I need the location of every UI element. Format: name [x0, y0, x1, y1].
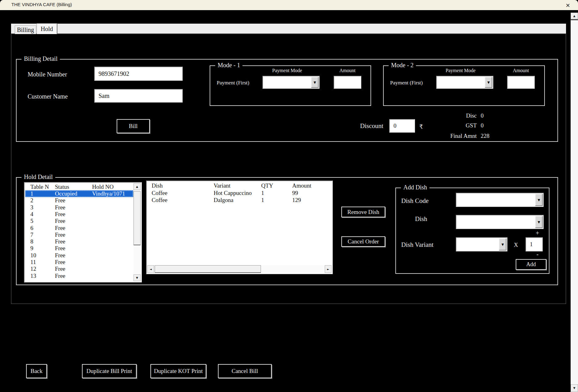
cell: Free	[55, 252, 65, 259]
cell: Occupied	[55, 190, 77, 197]
scrollbar-thumb[interactable]	[134, 191, 141, 245]
table-row[interactable]: 7Free	[25, 231, 133, 238]
table-row[interactable]: CoffeeHot Cappuccino199	[147, 190, 332, 196]
payment-mode-select[interactable]: ▼	[262, 76, 320, 89]
cell: 5	[30, 218, 33, 224]
window-title: THE VINDHYA CAFE (Billing)	[11, 2, 72, 7]
scroll-right-icon[interactable]: ►	[325, 265, 332, 273]
group-title: Billing Detail	[21, 55, 60, 62]
cancel-bill-button[interactable]: Cancel Bill	[218, 364, 272, 378]
cell: 1	[261, 197, 264, 204]
amount-label: Amount	[506, 68, 536, 73]
hold-table-list[interactable]: Table N Status Hold NO 1OccupiedVindhya/…	[24, 182, 142, 282]
table-rows: 1OccupiedVindhya/10712Free3Free4Free5Fre…	[25, 190, 133, 281]
table-row[interactable]: 8Free	[25, 238, 133, 245]
payment-mode-select[interactable]: ▼	[436, 76, 493, 89]
table-row[interactable]: 13Free	[25, 273, 133, 279]
remove-dish-button[interactable]: Remove Dish	[341, 207, 385, 217]
dish-rows: CoffeeHot Cappuccino199CoffeeDalgona1129	[147, 190, 332, 265]
gst-value: 0	[481, 122, 484, 129]
table-row[interactable]: 3Free	[25, 204, 133, 211]
bill-button[interactable]: Bill	[117, 119, 150, 133]
window-scrollbar[interactable]: ▲ ▼	[571, 13, 578, 392]
dish-code-value	[458, 195, 534, 205]
group-title: Mode - 2	[389, 62, 416, 69]
scroll-down-icon[interactable]: ▼	[134, 274, 141, 281]
cell: 1	[261, 190, 264, 196]
disc-value: 0	[481, 112, 484, 119]
amount-input[interactable]	[507, 76, 535, 89]
scrollbar-thumb[interactable]	[155, 265, 261, 273]
tab-strip: Billing Hold	[11, 24, 566, 34]
final-amount-value: 228	[481, 133, 490, 139]
dish-variant-value	[458, 239, 498, 250]
table-row[interactable]: CoffeeDalgona1129	[147, 197, 332, 204]
dish-code-select[interactable]: ▼	[456, 193, 544, 207]
customer-name-input[interactable]	[94, 89, 183, 103]
quantity-increase-label[interactable]: +	[533, 230, 542, 237]
back-button[interactable]: Back	[26, 364, 47, 378]
cell: 10	[30, 252, 36, 259]
title-bar: THE VINDHYA CAFE (Billing) ✕	[0, 0, 578, 10]
dish-list-scrollbar[interactable]: ◄ ►	[147, 265, 332, 273]
close-icon[interactable]: ✕	[564, 1, 572, 9]
dish-select[interactable]: ▼	[456, 215, 544, 229]
table-row[interactable]: 12Free	[25, 266, 133, 272]
payment-mode-label: Payment Mode	[435, 68, 486, 73]
add-button[interactable]: Add	[516, 259, 546, 270]
mobile-number-input[interactable]	[94, 67, 183, 81]
gst-label: GST	[415, 122, 477, 129]
payment-mode-value	[264, 78, 310, 87]
order-dish-list[interactable]: Dish Variant QTY Amount CoffeeHot Cappuc…	[146, 180, 333, 274]
final-amount-label: Final Amnt	[415, 133, 477, 139]
duplicate-bill-print-button[interactable]: Duplicate Bill Print	[82, 364, 137, 378]
cell: 8	[30, 238, 33, 245]
amount-label: Amount	[332, 68, 363, 73]
tab-billing[interactable]: Billing	[15, 25, 36, 34]
quantity-input[interactable]	[526, 237, 543, 251]
cell: Free	[55, 259, 65, 266]
chevron-down-icon[interactable]: ▼	[311, 77, 319, 88]
payment-mode-value	[438, 78, 483, 87]
amount-input[interactable]	[334, 76, 361, 89]
dish-variant-select[interactable]: ▼	[456, 237, 507, 251]
cell: 7	[30, 231, 33, 238]
cell: 9	[30, 245, 33, 252]
scroll-left-icon[interactable]: ◄	[147, 265, 154, 273]
scroll-down-icon[interactable]: ▼	[571, 384, 578, 392]
cancel-order-button[interactable]: Cancel Order	[341, 236, 385, 247]
chevron-down-icon[interactable]: ▼	[485, 77, 492, 88]
table-row[interactable]: 11Free	[25, 259, 133, 266]
chevron-down-icon[interactable]: ▼	[535, 216, 543, 228]
cell: 13	[30, 273, 36, 279]
cell: 4	[30, 211, 33, 218]
tab-hold[interactable]: Hold	[37, 23, 57, 34]
cell: 6	[30, 225, 33, 231]
disc-label: Disc	[415, 112, 477, 119]
chevron-down-icon[interactable]: ▼	[535, 194, 543, 206]
table-row[interactable]: 2Free	[25, 197, 133, 204]
table-row[interactable]: 9Free	[25, 245, 133, 252]
column-header: Amount	[292, 182, 311, 189]
table-row[interactable]: 4Free	[25, 211, 133, 218]
table-row[interactable]: 6Free	[25, 225, 133, 231]
chevron-down-icon[interactable]: ▼	[499, 238, 506, 250]
group-title: Add Dish	[401, 184, 429, 191]
cell: 11	[30, 259, 36, 266]
scroll-up-icon[interactable]: ▲	[134, 183, 141, 190]
cell: 129	[292, 197, 301, 204]
duplicate-kot-print-button[interactable]: Duplicate KOT Print	[150, 364, 206, 378]
cell: 99	[292, 190, 298, 196]
cell: Free	[55, 273, 65, 279]
table-row[interactable]: 1OccupiedVindhya/1071	[25, 190, 133, 197]
cell: Free	[55, 204, 65, 211]
table-list-scrollbar[interactable]: ▲ ▼	[134, 183, 141, 281]
quantity-decrease-label[interactable]: -	[533, 251, 542, 258]
cell: Free	[55, 266, 65, 272]
table-row[interactable]: 5Free	[25, 218, 133, 224]
scroll-up-icon[interactable]: ▲	[571, 13, 578, 20]
discount-input[interactable]	[389, 119, 415, 133]
app-window: THE VINDHYA CAFE (Billing) ✕ ▲ ▼ Billing…	[0, 0, 578, 392]
table-row[interactable]: 10Free	[25, 252, 133, 259]
group-title: Mode - 1	[215, 62, 242, 69]
